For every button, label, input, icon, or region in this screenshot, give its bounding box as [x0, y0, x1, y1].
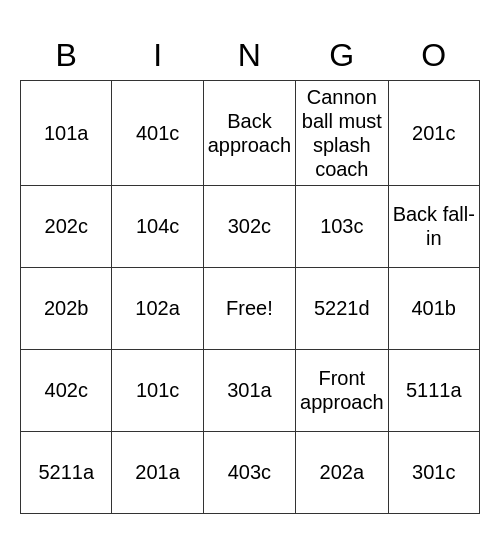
bingo-cell-4-0: 5211a [21, 431, 112, 513]
bingo-cell-3-3: Front approach [296, 349, 388, 431]
bingo-card: BINGO 101a401cBack approachCannon ball m… [20, 30, 480, 514]
header-cell-o: O [388, 30, 479, 80]
bingo-row-0: 101a401cBack approachCannon ball must sp… [21, 80, 480, 185]
bingo-cell-4-3: 202a [296, 431, 388, 513]
bingo-cell-2-1: 102a [112, 267, 203, 349]
bingo-cell-1-2: 302c [203, 185, 295, 267]
bingo-cell-0-1: 401c [112, 80, 203, 185]
bingo-cell-0-2: Back approach [203, 80, 295, 185]
bingo-row-4: 5211a201a403c202a301c [21, 431, 480, 513]
bingo-cell-4-2: 403c [203, 431, 295, 513]
bingo-cell-2-3: 5221d [296, 267, 388, 349]
bingo-cell-4-4: 301c [388, 431, 479, 513]
header-row: BINGO [21, 30, 480, 80]
bingo-row-3: 402c101c301aFront approach5111a [21, 349, 480, 431]
bingo-cell-1-4: Back fall-in [388, 185, 479, 267]
bingo-cell-0-0: 101a [21, 80, 112, 185]
bingo-cell-0-3: Cannon ball must splash coach [296, 80, 388, 185]
bingo-cell-2-4: 401b [388, 267, 479, 349]
bingo-cell-2-0: 202b [21, 267, 112, 349]
bingo-cell-3-1: 101c [112, 349, 203, 431]
bingo-cell-1-3: 103c [296, 185, 388, 267]
bingo-row-2: 202b102aFree!5221d401b [21, 267, 480, 349]
bingo-cell-3-2: 301a [203, 349, 295, 431]
bingo-cell-3-0: 402c [21, 349, 112, 431]
bingo-cell-1-1: 104c [112, 185, 203, 267]
bingo-row-1: 202c104c302c103cBack fall-in [21, 185, 480, 267]
bingo-cell-0-4: 201c [388, 80, 479, 185]
header-cell-n: N [203, 30, 295, 80]
header-cell-i: I [112, 30, 203, 80]
bingo-cell-3-4: 5111a [388, 349, 479, 431]
header-cell-g: G [296, 30, 388, 80]
bingo-cell-4-1: 201a [112, 431, 203, 513]
bingo-cell-1-0: 202c [21, 185, 112, 267]
bingo-cell-2-2: Free! [203, 267, 295, 349]
header-cell-b: B [21, 30, 112, 80]
